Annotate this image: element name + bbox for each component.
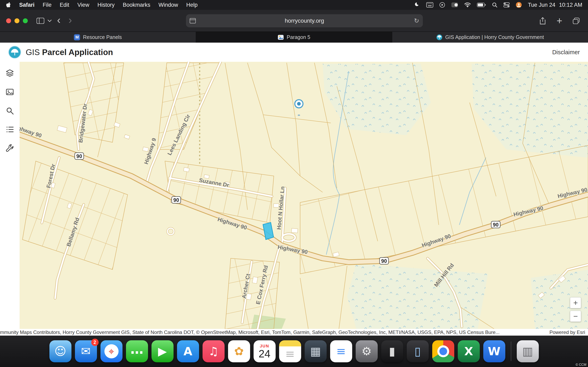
- map-content: Highway 90Highway 90Highway 90Highway 90…: [0, 62, 588, 329]
- tab-overview-icon[interactable]: [571, 15, 582, 26]
- results-list-icon[interactable]: [4, 123, 16, 136]
- attribution-text: mmunity Maps Contributors, Horry County …: [0, 329, 546, 335]
- horry-county-gis-logo: [8, 46, 21, 59]
- control-center-icon[interactable]: [503, 2, 510, 8]
- back-button[interactable]: ‹: [53, 15, 65, 26]
- minimize-window-button[interactable]: [15, 18, 19, 23]
- finder-icon: ☺: [54, 346, 66, 357]
- messages-icon: …: [130, 343, 144, 360]
- excel-icon: X: [464, 346, 473, 357]
- search-icon[interactable]: [4, 105, 16, 117]
- route-shield: 90: [491, 221, 500, 228]
- trash-icon: ▥: [522, 346, 533, 357]
- macos-dock: ☺✉2⌖…▶A♫✿JUN24≡▦≡⚙▮▯XW▥: [0, 336, 588, 367]
- reload-icon[interactable]: ↻: [414, 17, 419, 24]
- dock-safari[interactable]: ⌖: [100, 340, 122, 362]
- url-text[interactable]: horrycounty.org: [186, 17, 423, 24]
- mail-badge: 2: [91, 339, 99, 346]
- layers-icon[interactable]: [4, 67, 16, 79]
- clock-date: Tue Jun 24: [528, 2, 555, 8]
- iphone-icon: ▯: [415, 346, 421, 357]
- wifi-icon[interactable]: [464, 2, 471, 7]
- basemap-image-icon[interactable]: [4, 86, 16, 98]
- new-tab-icon[interactable]: +: [554, 15, 565, 26]
- menu-view[interactable]: View: [77, 2, 89, 8]
- play-icon[interactable]: [439, 2, 445, 8]
- dock-appstore[interactable]: A: [177, 340, 199, 362]
- dock-iphone[interactable]: ▯: [407, 340, 429, 362]
- menu-history[interactable]: History: [97, 2, 114, 8]
- apple-logo-icon[interactable]: [6, 2, 11, 8]
- dock-photos[interactable]: ✿: [228, 340, 250, 362]
- launchpad-icon: ▦: [310, 346, 321, 357]
- dock-word[interactable]: W: [483, 340, 505, 362]
- dock-mail[interactable]: ✉2: [75, 340, 97, 362]
- route-shield: 90: [172, 197, 181, 203]
- route-shield: 90: [75, 153, 84, 159]
- map-attribution-bar: mmunity Maps Contributors, Horry County …: [0, 329, 588, 336]
- dock-utility[interactable]: ▮: [381, 340, 403, 362]
- utility-icon: ▮: [389, 346, 395, 357]
- dock-settings[interactable]: ⚙: [356, 340, 378, 362]
- spotlight-search-icon[interactable]: [492, 2, 497, 8]
- menu-bar-clock[interactable]: Tue Jun 24 10:12 AM: [528, 2, 582, 8]
- page-format-icon[interactable]: [190, 18, 196, 24]
- reminders-icon: ≡: [336, 346, 346, 357]
- tab-resource-panels[interactable]: M Resource Panels: [0, 32, 196, 43]
- appstore-icon: A: [183, 346, 192, 357]
- dock-music[interactable]: ♫: [203, 340, 225, 362]
- calendar-day: 24: [259, 349, 270, 359]
- address-bar[interactable]: horrycounty.org ↻: [186, 14, 423, 27]
- zoom-out-button[interactable]: −: [570, 311, 581, 322]
- keyboard-icon[interactable]: [426, 2, 433, 8]
- tab-bar: M Resource Panels Paragon 5 GIS Applicat…: [0, 32, 588, 43]
- route-shield: 90: [380, 258, 389, 264]
- menu-app-name[interactable]: Safari: [19, 2, 35, 8]
- share-icon[interactable]: [537, 15, 548, 26]
- map-tool-rail: [0, 62, 20, 329]
- menu-file[interactable]: File: [43, 2, 52, 8]
- stage-manager-icon[interactable]: [451, 2, 458, 8]
- dock-chrome[interactable]: [432, 340, 454, 362]
- zoom-window-button[interactable]: [23, 18, 28, 23]
- powered-by-esri[interactable]: Powered by Esri: [546, 329, 588, 335]
- dock-launchpad[interactable]: ▦: [305, 340, 327, 362]
- dock-notes[interactable]: ≡: [279, 340, 301, 362]
- tab-gis-application[interactable]: GIS Application | Horry County Governmen…: [392, 32, 588, 43]
- window-controls: [6, 18, 28, 23]
- disclaimer-link[interactable]: Disclaimer: [552, 49, 580, 56]
- menu-bookmarks[interactable]: Bookmarks: [123, 2, 150, 8]
- svg-text:90: 90: [381, 258, 387, 264]
- dock-finder[interactable]: ☺: [49, 340, 71, 362]
- menu-window[interactable]: Window: [158, 2, 178, 8]
- tab-paragon-5[interactable]: Paragon 5: [196, 32, 392, 43]
- dock-calendar[interactable]: JUN24: [254, 340, 276, 362]
- menu-help[interactable]: Help: [186, 2, 198, 8]
- gis-map[interactable]: Highway 90Highway 90Highway 90Highway 90…: [0, 62, 588, 329]
- user-avatar[interactable]: [516, 2, 522, 8]
- dock-messages[interactable]: …: [126, 340, 148, 362]
- dock-reminders[interactable]: ≡: [330, 340, 352, 362]
- svg-text:90: 90: [173, 197, 179, 203]
- battery-icon[interactable]: [477, 3, 486, 7]
- svg-text:90: 90: [493, 222, 499, 227]
- music-icon: ♫: [208, 346, 218, 357]
- dock-excel[interactable]: X: [458, 340, 480, 362]
- dock-trash[interactable]: ▥: [517, 340, 539, 362]
- close-window-button[interactable]: [6, 18, 11, 23]
- wallpaper-credit: © CCM: [576, 363, 586, 367]
- forward-button[interactable]: ›: [65, 15, 76, 26]
- dark-mode-moon-icon[interactable]: [415, 2, 420, 8]
- settings-icon: ⚙: [361, 346, 372, 357]
- gis-globe-icon: [436, 34, 442, 40]
- dock-facetime[interactable]: ▶: [151, 340, 173, 362]
- tab-label: GIS Application | Horry County Governmen…: [445, 34, 544, 40]
- m-badge-icon: M: [74, 34, 80, 40]
- zoom-in-button[interactable]: +: [570, 297, 581, 308]
- tools-wrench-icon[interactable]: [4, 142, 16, 154]
- sidebar-chevron-icon[interactable]: [46, 15, 53, 26]
- facetime-icon: ▶: [158, 346, 167, 357]
- tab-label: Paragon 5: [287, 34, 310, 40]
- menu-edit[interactable]: Edit: [60, 2, 69, 8]
- sidebar-toggle-icon[interactable]: [35, 15, 46, 26]
